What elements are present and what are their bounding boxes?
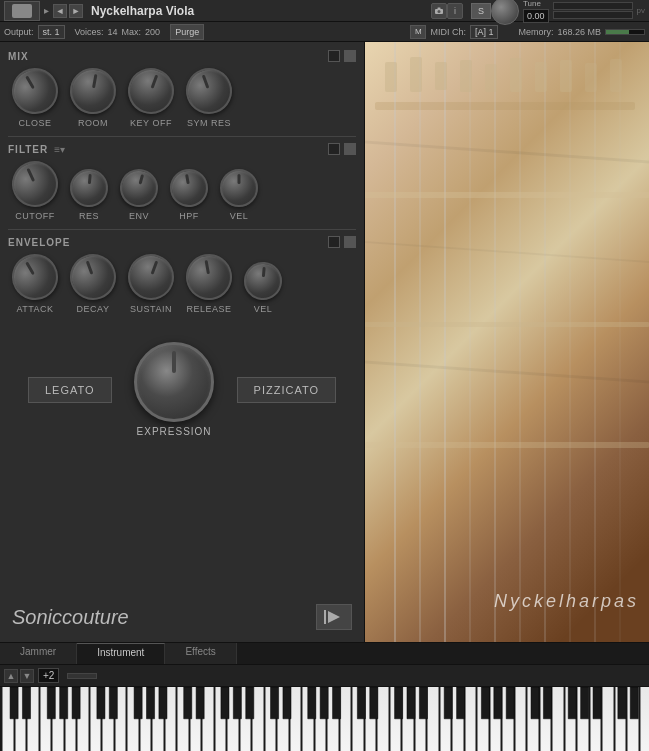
mix-checkbox-2[interactable] xyxy=(344,50,356,62)
white-key[interactable] xyxy=(202,687,214,751)
white-key[interactable] xyxy=(177,687,189,751)
svg-rect-23 xyxy=(385,62,397,92)
white-key[interactable] xyxy=(127,687,139,751)
white-key[interactable] xyxy=(65,687,77,751)
white-key[interactable] xyxy=(565,687,577,751)
white-key[interactable] xyxy=(352,687,364,751)
scroll-down-button[interactable]: ▼ xyxy=(20,669,34,683)
pitch-slider[interactable] xyxy=(67,673,97,679)
mix-checkbox-1[interactable] xyxy=(328,50,340,62)
white-key[interactable] xyxy=(377,687,389,751)
white-key[interactable] xyxy=(527,687,539,751)
white-key[interactable] xyxy=(390,687,402,751)
white-key[interactable] xyxy=(577,687,589,751)
tab-jammer[interactable]: Jammer xyxy=(0,643,77,664)
tune-slider[interactable] xyxy=(553,2,633,10)
env-knob[interactable] xyxy=(116,165,163,212)
expression-container: EXPRESSION xyxy=(134,342,214,437)
env-checkbox-2[interactable] xyxy=(344,236,356,248)
env-vel-knob-container: VEL xyxy=(244,262,282,314)
white-key[interactable] xyxy=(40,687,52,751)
white-key[interactable] xyxy=(190,687,202,751)
white-key[interactable] xyxy=(515,687,527,751)
white-key[interactable] xyxy=(452,687,464,751)
white-key[interactable] xyxy=(15,687,27,751)
white-key[interactable] xyxy=(365,687,377,751)
res-knob[interactable] xyxy=(68,167,109,208)
white-key[interactable] xyxy=(440,687,452,751)
white-key[interactable] xyxy=(265,687,277,751)
info-button[interactable]: i xyxy=(447,3,463,19)
release-knob[interactable] xyxy=(182,250,235,303)
white-key[interactable] xyxy=(227,687,239,751)
room-knob[interactable] xyxy=(66,64,119,117)
tune-knob[interactable] xyxy=(491,0,519,25)
white-key[interactable] xyxy=(402,687,414,751)
tab-effects[interactable]: Effects xyxy=(165,643,236,664)
filter-checkbox-1[interactable] xyxy=(328,143,340,155)
white-key[interactable] xyxy=(302,687,314,751)
white-key[interactable] xyxy=(90,687,102,751)
m-button[interactable]: M xyxy=(410,25,426,39)
expression-knob[interactable] xyxy=(134,342,214,422)
tune-slider2[interactable] xyxy=(553,11,633,19)
sustain-knob[interactable] xyxy=(122,248,181,307)
white-key[interactable] xyxy=(77,687,89,751)
white-key[interactable] xyxy=(490,687,502,751)
white-key[interactable] xyxy=(627,687,639,751)
white-key[interactable] xyxy=(115,687,127,751)
save-button[interactable]: S xyxy=(471,3,491,19)
white-key[interactable] xyxy=(415,687,427,751)
attack-knob[interactable] xyxy=(4,246,67,309)
symres-knob[interactable] xyxy=(180,62,239,121)
attack-label: ATTACK xyxy=(16,304,53,314)
tab-instrument[interactable]: Instrument xyxy=(77,643,165,664)
white-key[interactable] xyxy=(465,687,477,751)
filter-vel-knob[interactable] xyxy=(220,169,258,207)
white-key[interactable] xyxy=(477,687,489,751)
output-dropdown[interactable]: st. 1 xyxy=(38,25,65,39)
filter-checkbox-2[interactable] xyxy=(344,143,356,155)
white-key[interactable] xyxy=(640,687,650,751)
white-key[interactable] xyxy=(552,687,564,751)
close-knob[interactable] xyxy=(4,60,67,123)
white-key[interactable] xyxy=(2,687,14,751)
white-key[interactable] xyxy=(615,687,627,751)
envelope-knob-row: ATTACK DECAY SUSTAIN RELEASE VEL xyxy=(8,254,356,314)
play-button[interactable] xyxy=(316,604,352,630)
white-key[interactable] xyxy=(277,687,289,751)
white-key[interactable] xyxy=(240,687,252,751)
env-vel-knob[interactable] xyxy=(242,260,283,301)
svg-line-20 xyxy=(365,142,649,162)
nav-right-button[interactable]: ► xyxy=(69,4,83,18)
white-key[interactable] xyxy=(27,687,39,751)
white-key[interactable] xyxy=(252,687,264,751)
nav-left-button[interactable]: ◄ xyxy=(53,4,67,18)
cutoff-knob[interactable] xyxy=(4,153,65,214)
white-key[interactable] xyxy=(290,687,302,751)
white-key[interactable] xyxy=(215,687,227,751)
white-key[interactable] xyxy=(52,687,64,751)
white-key[interactable] xyxy=(140,687,152,751)
scroll-up-button[interactable]: ▲ xyxy=(4,669,18,683)
camera-button[interactable] xyxy=(431,3,447,19)
white-key[interactable] xyxy=(427,687,439,751)
hpf-knob[interactable] xyxy=(167,166,211,210)
white-key[interactable] xyxy=(590,687,602,751)
purge-button[interactable]: Purge xyxy=(170,24,204,40)
midi-dropdown[interactable]: [A] 1 xyxy=(470,25,499,39)
white-key[interactable] xyxy=(540,687,552,751)
white-key[interactable] xyxy=(315,687,327,751)
env-checkbox-1[interactable] xyxy=(328,236,340,248)
white-key[interactable] xyxy=(602,687,614,751)
white-key[interactable] xyxy=(152,687,164,751)
white-key[interactable] xyxy=(102,687,114,751)
keyoff-knob[interactable] xyxy=(122,62,181,121)
white-key[interactable] xyxy=(327,687,339,751)
white-key[interactable] xyxy=(502,687,514,751)
decay-knob[interactable] xyxy=(64,248,123,307)
legato-button[interactable]: LEGATO xyxy=(28,377,112,403)
pizzicato-button[interactable]: PIZZICATO xyxy=(237,377,336,403)
white-key[interactable] xyxy=(340,687,352,751)
white-key[interactable] xyxy=(165,687,177,751)
